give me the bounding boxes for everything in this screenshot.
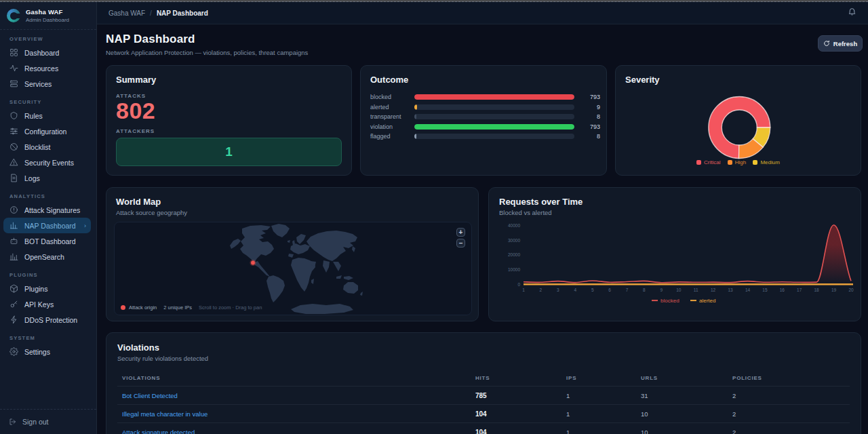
svg-text:20: 20 [848,288,854,292]
svg-text:20000: 20000 [508,253,520,258]
svg-text:11: 11 [694,288,698,292]
svg-text:15: 15 [762,288,768,292]
svg-text:13: 13 [728,288,733,292]
svg-text:8: 8 [643,288,646,292]
svg-text:12: 12 [711,288,716,292]
svg-text:30000: 30000 [508,238,520,243]
svg-text:10000: 10000 [508,267,520,272]
svg-text:10: 10 [676,288,682,292]
svg-text:40000: 40000 [508,223,520,228]
svg-text:7: 7 [626,288,629,292]
svg-text:16: 16 [780,288,785,292]
svg-text:5: 5 [591,288,594,292]
svg-text:1: 1 [522,288,525,292]
svg-text:4: 4 [574,288,576,292]
svg-text:blocked: blocked [660,298,679,304]
svg-text:19: 19 [831,288,837,292]
svg-text:0: 0 [517,282,520,287]
svg-text:alerted: alerted [699,298,715,304]
svg-text:2: 2 [540,288,542,292]
svg-text:18: 18 [814,288,819,292]
svg-text:3: 3 [557,288,559,292]
svg-text:6: 6 [608,288,611,292]
svg-text:17: 17 [797,288,802,292]
svg-text:9: 9 [660,288,663,292]
svg-text:14: 14 [745,288,751,292]
